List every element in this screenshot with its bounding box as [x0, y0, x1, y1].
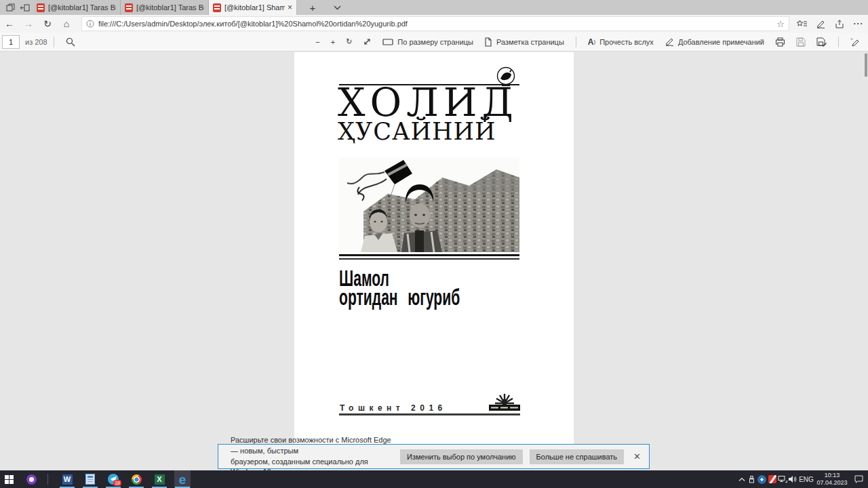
- more-options-icon[interactable]: ···: [849, 15, 868, 33]
- address-bar: ← → ↻ ⌂ file:///C:/Users/admin/Desktop/э…: [0, 15, 868, 33]
- notification-message-line1: Расширьте свои возможности с Microsoft E…: [231, 435, 393, 457]
- pdf-viewer-area[interactable]: ХОЛИД ҲУСАЙНИЙ: [0, 52, 868, 470]
- zoom-out-button[interactable]: −: [310, 33, 325, 51]
- taskbar-edge-icon[interactable]: e: [174, 470, 191, 488]
- cover-photo: [339, 157, 519, 252]
- purple-app-icon: [26, 474, 37, 485]
- tab-shamol-active[interactable]: [@kitoblar1] Shamol ort ×: [209, 0, 297, 15]
- vertical-scrollbar[interactable]: [865, 54, 867, 77]
- tray-chevron-up-icon[interactable]: [736, 470, 747, 488]
- back-button[interactable]: ←: [0, 15, 19, 33]
- action-center-icon[interactable]: [849, 470, 868, 488]
- edge-icon: e: [179, 473, 186, 486]
- pdf-toolbar: 1 из 208 − + ↻ По размеру страницы Разме…: [0, 33, 868, 52]
- system-tray: ENG 10:13 07.04.2023: [736, 470, 868, 488]
- usb-device-icon[interactable]: [747, 470, 757, 488]
- pdf-favicon: [125, 3, 133, 12]
- save-icon[interactable]: [791, 33, 811, 51]
- read-aloud-wave: ): [593, 39, 595, 45]
- zoom-in-button[interactable]: +: [326, 33, 340, 51]
- divider: [576, 37, 576, 47]
- search-icon[interactable]: [60, 33, 81, 51]
- dont-ask-button[interactable]: Больше не спрашивать: [530, 449, 625, 464]
- pdf-page: ХОЛИД ҲУСАЙНИЙ: [294, 52, 574, 447]
- taskbar: W 18 X e ENG: [0, 470, 868, 488]
- tab-taras-bulba-1[interactable]: [@kitoblar1] Taras Bulba.pd: [33, 0, 121, 15]
- tab-label: [@kitoblar1] Shamol ort: [224, 3, 285, 12]
- taskbar-divider: [47, 474, 48, 485]
- annotate-pen-icon[interactable]: [811, 15, 830, 33]
- cover-author-line1: ХОЛИД: [338, 83, 521, 122]
- set-tabs-aside-icon[interactable]: [18, 0, 33, 15]
- tab-label: [@kitoblar1] Taras Bulba.pd: [48, 3, 116, 12]
- page-info-icon: [86, 20, 94, 28]
- fullscreen-icon[interactable]: [357, 33, 377, 51]
- rotate-button[interactable]: ↻: [340, 33, 357, 51]
- new-tab-button[interactable]: +: [302, 0, 323, 15]
- telegram-icon: 18: [108, 474, 119, 485]
- pdf-favicon: [213, 3, 221, 12]
- change-default-button[interactable]: Изменить выбор по умолчанию: [400, 449, 522, 464]
- taskbar-chrome-icon[interactable]: [128, 470, 144, 488]
- network-icon[interactable]: [777, 470, 787, 488]
- publisher-logo: [489, 392, 520, 413]
- forward-button[interactable]: →: [19, 15, 38, 33]
- shield-icon: [768, 475, 776, 483]
- cover-mid-rule: [339, 254, 519, 260]
- print-icon[interactable]: [770, 33, 791, 51]
- tab-bar: [@kitoblar1] Taras Bulba.pd [@kitoblar1]…: [0, 0, 868, 15]
- taskbar-calculator-icon[interactable]: [82, 470, 98, 488]
- home-button[interactable]: ⌂: [57, 15, 76, 33]
- notification-close-icon[interactable]: ✕: [633, 451, 641, 462]
- edge-notification-bar: Расширьте свои возможности с Microsoft E…: [218, 444, 650, 469]
- divider: [54, 37, 54, 47]
- tab-close-icon[interactable]: ×: [288, 3, 292, 12]
- read-aloud-icon: A: [588, 37, 594, 47]
- cover-imprint: Тошкент 2016: [340, 403, 447, 413]
- tab-preview-icon[interactable]: [3, 0, 18, 15]
- language-indicator[interactable]: ENG: [797, 470, 815, 488]
- read-aloud-label: Прочесть вслух: [599, 38, 654, 46]
- word-icon: W: [62, 474, 73, 485]
- tab-list-dropdown-icon[interactable]: [327, 0, 347, 15]
- page-layout-label: Разметка страницы: [496, 38, 564, 46]
- taskbar-excel-icon[interactable]: X: [151, 470, 167, 488]
- url-field[interactable]: file:///C:/Users/admin/Desktop/элек.кито…: [81, 16, 789, 31]
- refresh-button[interactable]: ↻: [38, 15, 57, 33]
- page-number-input[interactable]: 1: [2, 35, 20, 49]
- webcam-app-icon: [757, 475, 766, 484]
- url-text: file:///C:/Users/admin/Desktop/элек.кито…: [98, 20, 772, 28]
- excel-icon: X: [155, 474, 165, 485]
- cover-title-line2: ортидан югуриб: [339, 285, 460, 308]
- add-notes-button[interactable]: Добавление примечаний: [659, 33, 770, 51]
- divider: [838, 37, 839, 47]
- clock-time: 10:13: [825, 472, 840, 479]
- antivirus-shield-icon[interactable]: [767, 470, 777, 488]
- tray-app-blue-icon[interactable]: [757, 470, 767, 488]
- pen-tools-icon[interactable]: [845, 33, 865, 51]
- volume-icon[interactable]: [787, 470, 797, 488]
- read-aloud-button[interactable]: A) Прочесть вслух: [583, 33, 659, 51]
- share-icon[interactable]: [830, 15, 849, 33]
- cover-author-line2: ҲУСАЙНИЙ: [338, 120, 521, 144]
- taskbar-clock[interactable]: 10:13 07.04.2023: [815, 470, 849, 488]
- tab-label: [@kitoblar1] Taras Bulba.pd: [136, 3, 204, 12]
- taskbar-word-icon[interactable]: W: [59, 470, 75, 488]
- page-layout-button[interactable]: Разметка страницы: [479, 33, 570, 51]
- page-count-label: из 208: [25, 38, 47, 46]
- hub-icon[interactable]: [792, 15, 811, 33]
- calculator-icon: [85, 474, 95, 485]
- favorite-star-icon[interactable]: ☆: [776, 19, 785, 29]
- chrome-icon: [132, 474, 142, 485]
- fit-page-button[interactable]: По размеру страницы: [377, 33, 479, 51]
- taskbar-telegram-icon[interactable]: 18: [105, 470, 121, 488]
- fit-page-label: По размеру страницы: [397, 38, 473, 46]
- add-notes-label: Добавление примечаний: [678, 38, 764, 46]
- tab-taras-bulba-2[interactable]: [@kitoblar1] Taras Bulba.pd: [121, 0, 209, 15]
- taskbar-purple-app-icon[interactable]: [23, 470, 39, 488]
- windows-logo-icon: [5, 475, 14, 484]
- start-button[interactable]: [0, 470, 18, 488]
- pdf-favicon: [37, 3, 45, 12]
- save-as-icon[interactable]: [811, 33, 832, 51]
- cover-bottom-rule: [339, 413, 520, 415]
